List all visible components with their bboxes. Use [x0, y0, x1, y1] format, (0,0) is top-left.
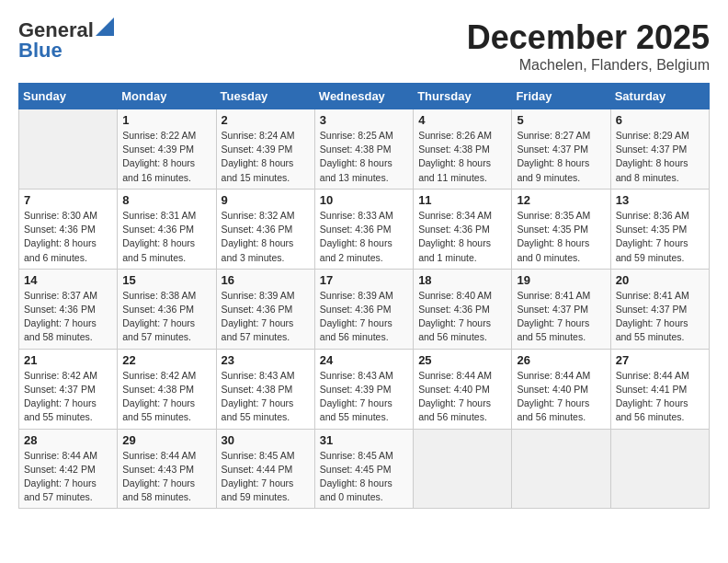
- calendar-cell: [512, 429, 610, 509]
- day-info: Sunrise: 8:33 AMSunset: 4:36 PMDaylight:…: [320, 209, 408, 265]
- calendar-cell: 21Sunrise: 8:42 AMSunset: 4:37 PMDayligh…: [19, 349, 118, 429]
- calendar-week-3: 14Sunrise: 8:37 AMSunset: 4:36 PMDayligh…: [19, 269, 710, 349]
- day-number: 19: [517, 273, 605, 287]
- calendar-cell: 3Sunrise: 8:25 AMSunset: 4:38 PMDaylight…: [314, 109, 413, 190]
- day-info: Sunrise: 8:44 AMSunset: 4:40 PMDaylight:…: [517, 369, 605, 425]
- calendar-header-wednesday: Wednesday: [314, 84, 413, 109]
- location-title: Machelen, Flanders, Belgium: [467, 57, 710, 74]
- calendar-week-4: 21Sunrise: 8:42 AMSunset: 4:37 PMDayligh…: [19, 349, 710, 429]
- day-number: 5: [517, 113, 605, 127]
- day-number: 4: [418, 113, 506, 127]
- calendar-cell: 29Sunrise: 8:44 AMSunset: 4:43 PMDayligh…: [118, 429, 216, 509]
- calendar-cell: [610, 429, 709, 509]
- day-info: Sunrise: 8:41 AMSunset: 4:37 PMDaylight:…: [517, 289, 605, 345]
- calendar-cell: 2Sunrise: 8:24 AMSunset: 4:39 PMDaylight…: [216, 109, 314, 190]
- day-number: 14: [24, 273, 112, 287]
- calendar-cell: 8Sunrise: 8:31 AMSunset: 4:36 PMDaylight…: [118, 189, 216, 269]
- calendar-cell: 6Sunrise: 8:29 AMSunset: 4:37 PMDaylight…: [610, 109, 709, 190]
- day-info: Sunrise: 8:43 AMSunset: 4:39 PMDaylight:…: [320, 369, 408, 425]
- day-number: 6: [616, 113, 704, 127]
- day-info: Sunrise: 8:39 AMSunset: 4:36 PMDaylight:…: [222, 289, 310, 345]
- day-info: Sunrise: 8:29 AMSunset: 4:37 PMDaylight:…: [616, 129, 704, 185]
- calendar-cell: 27Sunrise: 8:44 AMSunset: 4:41 PMDayligh…: [610, 349, 709, 429]
- calendar-cell: 13Sunrise: 8:36 AMSunset: 4:35 PMDayligh…: [610, 189, 709, 269]
- day-number: 9: [222, 193, 310, 207]
- day-info: Sunrise: 8:35 AMSunset: 4:35 PMDaylight:…: [517, 209, 605, 265]
- calendar-cell: 1Sunrise: 8:22 AMSunset: 4:39 PMDaylight…: [118, 109, 216, 190]
- calendar-cell: 16Sunrise: 8:39 AMSunset: 4:36 PMDayligh…: [216, 269, 314, 349]
- calendar-header-monday: Monday: [118, 84, 216, 109]
- day-number: 1: [122, 113, 210, 127]
- day-number: 25: [418, 353, 506, 367]
- day-number: 28: [24, 433, 112, 447]
- day-number: 8: [122, 193, 210, 207]
- calendar-cell: [19, 109, 118, 190]
- day-number: 7: [24, 193, 112, 207]
- calendar-cell: 17Sunrise: 8:39 AMSunset: 4:36 PMDayligh…: [314, 269, 413, 349]
- calendar-cell: 12Sunrise: 8:35 AMSunset: 4:35 PMDayligh…: [512, 189, 610, 269]
- day-info: Sunrise: 8:31 AMSunset: 4:36 PMDaylight:…: [122, 209, 210, 265]
- calendar-table: SundayMondayTuesdayWednesdayThursdayFrid…: [18, 83, 710, 509]
- day-info: Sunrise: 8:36 AMSunset: 4:35 PMDaylight:…: [616, 209, 704, 265]
- logo: General Blue: [18, 18, 114, 63]
- day-info: Sunrise: 8:37 AMSunset: 4:36 PMDaylight:…: [24, 289, 112, 345]
- day-number: 3: [320, 113, 408, 127]
- calendar-cell: 19Sunrise: 8:41 AMSunset: 4:37 PMDayligh…: [512, 269, 610, 349]
- day-number: 31: [320, 433, 408, 447]
- calendar-header-saturday: Saturday: [610, 84, 709, 109]
- day-number: 30: [222, 433, 310, 447]
- day-number: 10: [320, 193, 408, 207]
- day-number: 17: [320, 273, 408, 287]
- logo-blue-text: Blue: [18, 39, 63, 63]
- day-info: Sunrise: 8:44 AMSunset: 4:41 PMDaylight:…: [616, 369, 704, 425]
- calendar-header-sunday: Sunday: [19, 84, 118, 109]
- calendar-cell: 25Sunrise: 8:44 AMSunset: 4:40 PMDayligh…: [414, 349, 512, 429]
- day-info: Sunrise: 8:26 AMSunset: 4:38 PMDaylight:…: [418, 129, 506, 185]
- day-info: Sunrise: 8:44 AMSunset: 4:40 PMDaylight:…: [418, 369, 506, 425]
- day-info: Sunrise: 8:42 AMSunset: 4:37 PMDaylight:…: [24, 369, 112, 425]
- day-info: Sunrise: 8:32 AMSunset: 4:36 PMDaylight:…: [222, 209, 310, 265]
- day-number: 15: [122, 273, 210, 287]
- calendar-cell: 15Sunrise: 8:38 AMSunset: 4:36 PMDayligh…: [118, 269, 216, 349]
- day-number: 23: [222, 353, 310, 367]
- calendar-header-row: SundayMondayTuesdayWednesdayThursdayFrid…: [19, 84, 710, 109]
- day-info: Sunrise: 8:34 AMSunset: 4:36 PMDaylight:…: [418, 209, 506, 265]
- calendar-cell: 26Sunrise: 8:44 AMSunset: 4:40 PMDayligh…: [512, 349, 610, 429]
- day-info: Sunrise: 8:40 AMSunset: 4:36 PMDaylight:…: [418, 289, 506, 345]
- calendar-cell: 18Sunrise: 8:40 AMSunset: 4:36 PMDayligh…: [414, 269, 512, 349]
- calendar-header-thursday: Thursday: [414, 84, 512, 109]
- day-info: Sunrise: 8:43 AMSunset: 4:38 PMDaylight:…: [222, 369, 310, 425]
- calendar-cell: 7Sunrise: 8:30 AMSunset: 4:36 PMDaylight…: [19, 189, 118, 269]
- day-info: Sunrise: 8:25 AMSunset: 4:38 PMDaylight:…: [320, 129, 408, 185]
- calendar-cell: 23Sunrise: 8:43 AMSunset: 4:38 PMDayligh…: [216, 349, 314, 429]
- calendar-header-friday: Friday: [512, 84, 610, 109]
- day-number: 13: [616, 193, 704, 207]
- calendar-cell: 28Sunrise: 8:44 AMSunset: 4:42 PMDayligh…: [19, 429, 118, 509]
- day-number: 11: [418, 193, 506, 207]
- day-number: 29: [122, 433, 210, 447]
- day-info: Sunrise: 8:42 AMSunset: 4:38 PMDaylight:…: [122, 369, 210, 425]
- month-title: December 2025: [467, 18, 710, 57]
- day-info: Sunrise: 8:45 AMSunset: 4:45 PMDaylight:…: [320, 449, 408, 505]
- calendar-cell: 5Sunrise: 8:27 AMSunset: 4:37 PMDaylight…: [512, 109, 610, 190]
- day-info: Sunrise: 8:45 AMSunset: 4:44 PMDaylight:…: [222, 449, 310, 505]
- day-info: Sunrise: 8:41 AMSunset: 4:37 PMDaylight:…: [616, 289, 704, 345]
- calendar-header-tuesday: Tuesday: [216, 84, 314, 109]
- day-number: 2: [222, 113, 310, 127]
- day-info: Sunrise: 8:27 AMSunset: 4:37 PMDaylight:…: [517, 129, 605, 185]
- calendar-cell: 9Sunrise: 8:32 AMSunset: 4:36 PMDaylight…: [216, 189, 314, 269]
- calendar-cell: 20Sunrise: 8:41 AMSunset: 4:37 PMDayligh…: [610, 269, 709, 349]
- calendar-week-1: 1Sunrise: 8:22 AMSunset: 4:39 PMDaylight…: [19, 109, 710, 190]
- logo-icon: [96, 17, 114, 36]
- day-number: 21: [24, 353, 112, 367]
- day-number: 22: [122, 353, 210, 367]
- day-info: Sunrise: 8:22 AMSunset: 4:39 PMDaylight:…: [122, 129, 210, 185]
- day-info: Sunrise: 8:39 AMSunset: 4:36 PMDaylight:…: [320, 289, 408, 345]
- title-area: December 2025 Machelen, Flanders, Belgiu…: [467, 18, 710, 74]
- page-header: General Blue December 2025 Machelen, Fla…: [18, 18, 710, 74]
- day-number: 26: [517, 353, 605, 367]
- day-info: Sunrise: 8:44 AMSunset: 4:43 PMDaylight:…: [122, 449, 210, 505]
- day-number: 20: [616, 273, 704, 287]
- calendar-cell: 22Sunrise: 8:42 AMSunset: 4:38 PMDayligh…: [118, 349, 216, 429]
- calendar-cell: 10Sunrise: 8:33 AMSunset: 4:36 PMDayligh…: [314, 189, 413, 269]
